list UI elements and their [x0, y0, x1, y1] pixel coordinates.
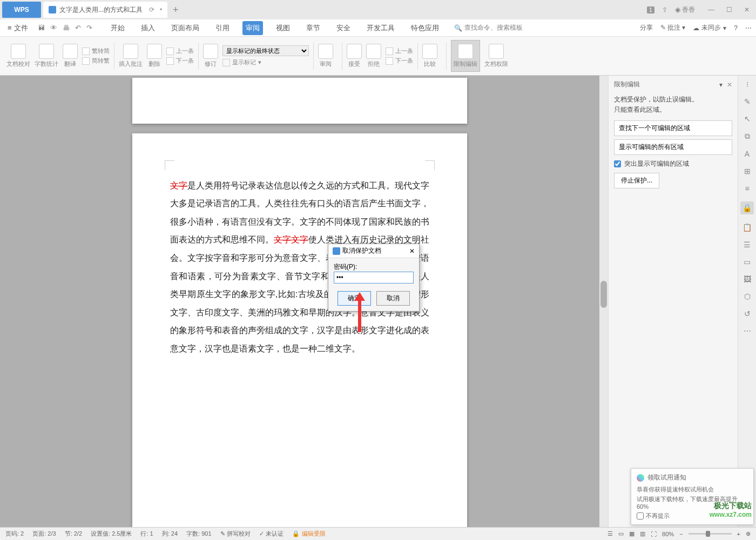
menu-insert[interactable]: 插入: [138, 21, 158, 35]
panel-close-icon[interactable]: ✕: [727, 81, 732, 89]
status-edit-restricted[interactable]: 🔒 编辑受限: [292, 530, 326, 538]
scrollbar-thumb[interactable]: [600, 281, 607, 308]
view-read-icon[interactable]: ▥: [640, 530, 645, 537]
menu-devtools[interactable]: 开发工具: [363, 21, 398, 35]
toolbar-history-icon[interactable]: ↺: [744, 309, 751, 318]
qat-redo-icon[interactable]: ↷: [86, 24, 92, 32]
ribbon-compare[interactable]: 比较: [422, 44, 437, 68]
ribbon-simp2trad[interactable]: 繁转简: [82, 47, 110, 55]
status-page[interactable]: 页面: 2/3: [32, 530, 56, 538]
menu-start[interactable]: 开始: [107, 21, 128, 35]
annotate-button[interactable]: ✎ 批注 ▾: [660, 23, 686, 32]
apps-icon[interactable]: ⇪: [662, 6, 667, 14]
menu-special[interactable]: 特色应用: [408, 21, 442, 35]
status-col[interactable]: 列: 24: [162, 530, 178, 538]
toolbar-pen-icon[interactable]: ✎: [744, 97, 751, 106]
status-proofread[interactable]: ✎ 拼写校对: [220, 530, 251, 538]
close-tab-icon[interactable]: •: [160, 6, 162, 14]
vertical-scrollbar[interactable]: [599, 76, 608, 527]
ribbon-translate[interactable]: 翻译: [63, 44, 78, 68]
toolbar-more-icon[interactable]: ⋯: [744, 327, 751, 335]
menu-view[interactable]: 视图: [273, 21, 293, 35]
qat-undo-icon[interactable]: ↶: [75, 24, 81, 32]
ribbon-accept[interactable]: 接受: [347, 44, 362, 68]
menu-layout[interactable]: 页面布局: [168, 21, 202, 35]
fit-page-icon[interactable]: ⊕: [746, 530, 751, 537]
ribbon-delete[interactable]: 删除: [147, 44, 162, 68]
collapse-ribbon-icon[interactable]: ⋯: [745, 24, 752, 32]
ribbon-doc-permission[interactable]: 文档权限: [484, 44, 508, 68]
toolbar-lock-icon[interactable]: 🔒: [740, 201, 754, 214]
highlight-checkbox-input[interactable]: [614, 160, 621, 167]
close-window-icon[interactable]: ✕: [744, 6, 750, 14]
view-web-icon[interactable]: ▦: [629, 530, 634, 537]
ok-button[interactable]: 确定: [338, 291, 371, 306]
view-outline-icon[interactable]: ☰: [608, 530, 613, 537]
ribbon-revise[interactable]: 修订: [203, 44, 218, 68]
toolbar-font-icon[interactable]: A: [745, 150, 750, 158]
ribbon-next-comment[interactable]: 下一条: [166, 57, 194, 65]
status-setval[interactable]: 设置值: 2.5厘米: [91, 530, 132, 538]
status-page-no[interactable]: 页码: 2: [5, 530, 24, 538]
status-auth[interactable]: ✓ 未认证: [259, 530, 284, 538]
menu-reference[interactable]: 引用: [212, 21, 233, 35]
toolbar-table-icon[interactable]: ⊞: [744, 167, 751, 176]
search-command[interactable]: 🔍 查找命令、搜索模板: [454, 23, 523, 32]
minimize-icon[interactable]: —: [708, 6, 714, 14]
panel-dropdown-icon[interactable]: ▾: [719, 81, 723, 89]
find-next-editable-button[interactable]: 查找下一个可编辑的区域: [614, 120, 732, 136]
view-fullscreen-icon[interactable]: ⛶: [651, 531, 657, 537]
zoom-out-icon[interactable]: −: [679, 531, 683, 537]
toolbar-list-icon[interactable]: ≡: [745, 184, 749, 193]
menu-chapter[interactable]: 章节: [303, 21, 323, 35]
menu-security[interactable]: 安全: [333, 21, 354, 35]
zoom-slider[interactable]: [688, 533, 732, 535]
ribbon-prev-change[interactable]: 上一条: [386, 47, 413, 55]
view-page-icon[interactable]: ▭: [618, 530, 624, 537]
document-tab[interactable]: 文字是人类用...的方式和工具 ⟳ •: [43, 2, 167, 18]
status-section[interactable]: 节: 2/2: [65, 530, 82, 538]
cancel-button[interactable]: 取消: [376, 291, 410, 306]
stop-protection-button[interactable]: 停止保护...: [614, 173, 659, 188]
qat-save-icon[interactable]: 🖬: [38, 24, 45, 32]
toolbar-clipboard-icon[interactable]: 📋: [742, 223, 752, 232]
notification-badge[interactable]: 1: [647, 6, 654, 14]
ribbon-insert-comment[interactable]: 插入批注: [119, 44, 143, 68]
ribbon-reject[interactable]: 拒绝: [366, 44, 381, 68]
toolbar-share-icon[interactable]: ☰: [744, 240, 751, 249]
ribbon-wordcount[interactable]: 字数统计: [35, 44, 58, 68]
dialog-close-icon[interactable]: ✕: [409, 247, 415, 255]
zoom-value[interactable]: 80%: [662, 531, 674, 537]
maximize-icon[interactable]: ☐: [726, 6, 732, 14]
ribbon-proofread[interactable]: 文档校对: [6, 44, 30, 68]
toolbar-handle-icon[interactable]: ⁝: [746, 80, 748, 89]
ribbon-track-dropdown[interactable]: 显示标记的最终状态: [222, 45, 309, 56]
qat-print-icon[interactable]: 🖶: [63, 24, 70, 32]
notif-dont-show-checkbox[interactable]: 不再提示: [637, 512, 748, 520]
refresh-icon[interactable]: ⟳: [149, 6, 154, 14]
add-tab-button[interactable]: +: [167, 2, 184, 18]
toolbar-layout-icon[interactable]: ▭: [744, 258, 751, 266]
zoom-in-icon[interactable]: +: [737, 531, 740, 537]
sync-status[interactable]: ☁ 未同步 ▾: [693, 23, 726, 32]
password-input[interactable]: [334, 272, 414, 284]
toolbar-settings-icon[interactable]: ⬡: [744, 292, 751, 301]
ribbon-prev-comment[interactable]: 上一条: [166, 47, 194, 55]
highlight-editable-checkbox[interactable]: 突出显示可编辑的区域: [614, 159, 732, 168]
ribbon-review[interactable]: 审阅: [318, 44, 333, 68]
user-avatar[interactable]: ◉ 香香: [675, 5, 695, 15]
qat-print-preview-icon[interactable]: 👁: [50, 24, 57, 32]
ribbon-next-change[interactable]: 下一条: [386, 57, 413, 65]
toolbar-image-icon[interactable]: 🖼: [744, 275, 751, 284]
show-all-editable-button[interactable]: 显示可编辑的所有区域: [614, 139, 732, 155]
share-button[interactable]: 分享: [640, 23, 653, 32]
toolbar-link-icon[interactable]: ⧉: [745, 132, 750, 141]
toolbar-cursor-icon[interactable]: ↖: [744, 114, 751, 123]
ribbon-restrict-edit[interactable]: 限制编辑: [451, 40, 480, 72]
file-menu[interactable]: ≡ 文件: [4, 23, 31, 33]
ribbon-show-marks[interactable]: 显示标记 ▾: [222, 58, 309, 66]
ribbon-trad2simp[interactable]: 简转繁: [82, 57, 110, 65]
wps-logo[interactable]: WPS: [2, 2, 41, 18]
status-words[interactable]: 字数: 901: [186, 530, 211, 538]
status-line[interactable]: 行: 1: [140, 530, 153, 538]
